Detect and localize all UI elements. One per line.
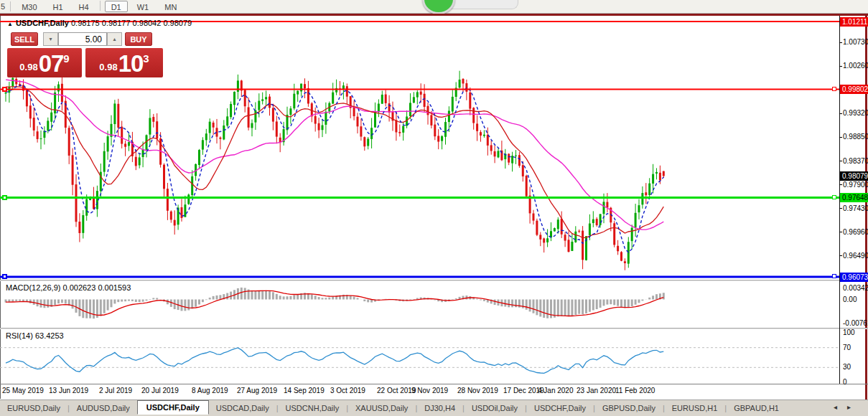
timeframe-button-h4[interactable]: H4 <box>73 1 95 12</box>
timeframe-button-h1[interactable]: H1 <box>47 1 70 12</box>
chart-tab-audusd-daily[interactable]: AUDUSD,Daily <box>70 402 137 415</box>
date-axis-label: 25 May 2019 <box>2 387 44 394</box>
line-drag-handle[interactable] <box>2 195 7 200</box>
price-line-label: 0.99802 <box>840 85 868 94</box>
buy-button[interactable]: BUY <box>125 32 152 46</box>
chart-tab-dj30-h4[interactable]: DJ30,H4 <box>417 402 462 415</box>
buy-price-big: 10 <box>118 53 144 75</box>
price-tick-mark <box>839 255 842 256</box>
timeframe-button-mn[interactable]: MN <box>158 1 183 12</box>
chart-tab-eurusd-daily[interactable]: EURUSD,Daily <box>0 402 67 415</box>
date-axis-label: 13 Jun 2019 <box>49 387 88 394</box>
toolbar-separator <box>10 1 11 11</box>
sell-price-prefix: 0.98 <box>19 60 37 75</box>
timeframe-button-d1[interactable]: D1 <box>105 1 128 12</box>
price-tick-mark <box>839 161 842 161</box>
price-tick-mark <box>839 232 842 232</box>
chart-header: ▲USDCHF,Daily 0.98175 0.98177 0.98042 0.… <box>7 19 192 27</box>
chart-tab-xauusd-daily[interactable]: XAUUSD,Daily <box>348 402 415 415</box>
date-axis-label: 20 Jul 2019 <box>141 387 179 394</box>
price-tick-label: 0.97900 <box>843 181 868 189</box>
chart-tab-gbpaud-h1[interactable]: GBPAUD,H1 <box>727 402 786 415</box>
date-axis-label: 3 Oct 2019 <box>330 387 365 394</box>
chart-tab-usdcnh-daily[interactable]: USDCNH,Daily <box>279 402 347 415</box>
price-line-label: 0.97648 <box>840 193 868 202</box>
price-tick-mark <box>839 66 842 67</box>
date-axis-label: 4 Jan 2020 <box>538 387 574 394</box>
panel-separator[interactable] <box>0 328 868 329</box>
price-tick-mark <box>839 137 842 138</box>
macd-scale-label: 0.00 <box>843 296 857 304</box>
macd-scale-label: -0.007615 <box>843 319 868 328</box>
price-tick-label: 0.99320 <box>843 109 868 118</box>
volume-increase-icon[interactable]: ▴ <box>107 32 122 46</box>
toolbar-separator <box>100 1 101 11</box>
chart-tab-usdchf-daily[interactable]: USDCHF,Daily <box>527 402 593 415</box>
rsi-label: RSI(14) 63.4253 <box>6 331 64 340</box>
volume-input[interactable]: 5.00 <box>58 32 107 46</box>
rsi-scale-label: 100 <box>843 328 855 337</box>
collapse-arrow-icon[interactable]: ▲ <box>7 21 13 27</box>
line-drag-handle[interactable] <box>2 87 7 92</box>
macd-scale-label: 0.003428 <box>843 284 868 293</box>
price-tick-mark <box>839 184 842 185</box>
date-axis-label: 14 Sep 2019 <box>284 387 325 394</box>
price-tick-label: 1.00730 <box>843 38 868 47</box>
chart-tab-gbpusd-daily[interactable]: GBPUSD,Daily <box>595 402 663 415</box>
price-line-label: 0.96073 <box>840 273 868 282</box>
date-axis-label: 2 Jul 2019 <box>99 387 132 394</box>
line-drag-handle[interactable] <box>832 274 836 278</box>
panel-separator[interactable] <box>0 280 868 281</box>
price-tick-label: 0.98850 <box>843 133 868 141</box>
rsi-indicator-chart <box>0 329 839 383</box>
chart-tab-usdchf-daily[interactable]: USDCHF,Daily <box>137 400 209 415</box>
timeframe-button-m30[interactable]: M30 <box>15 1 43 12</box>
date-axis-label: 23 Jan 2020 <box>577 387 616 394</box>
buy-price-panel[interactable]: 0.98 10 3 <box>85 48 163 77</box>
date-axis-label: 9 Nov 2019 <box>411 387 448 394</box>
chart-tab-usdoil-daily[interactable]: USDOil,Daily <box>465 402 525 415</box>
rsi-scale-label: 70 <box>843 344 851 352</box>
chart-symbol-label: USDCHF,Daily <box>16 19 69 27</box>
price-tick-label: 0.96490 <box>843 252 868 260</box>
date-axis-label: 28 Nov 2019 <box>457 387 498 394</box>
line-drag-handle[interactable] <box>832 87 836 91</box>
date-axis-label: 27 Aug 2019 <box>237 387 277 394</box>
rsi-scale-label: 0 <box>843 378 847 387</box>
price-line-label: 1.01211 <box>840 17 868 27</box>
chart-tab-usdcad-daily[interactable]: USDCAD,Daily <box>209 402 276 415</box>
sell-price-big: 07 <box>39 53 64 75</box>
price-tick-label: 1.00260 <box>843 62 868 70</box>
price-tick-label: 0.97430 <box>843 204 868 213</box>
macd-label: MACD(12,26,9) 0.002623 0.001593 <box>6 283 131 292</box>
price-line-label: 0.98079 <box>840 171 868 181</box>
timeframe-button-w1[interactable]: W1 <box>131 1 156 12</box>
price-tick-mark <box>839 113 842 114</box>
timeframe-button-clipped[interactable]: 5 <box>0 2 7 11</box>
rsi-scale-label: 30 <box>843 363 851 372</box>
date-axis-line <box>0 384 868 384</box>
sell-price-panel[interactable]: 0.98 07 9 <box>7 48 82 77</box>
line-drag-handle[interactable] <box>2 274 7 279</box>
line-drag-handle[interactable] <box>832 195 836 199</box>
date-axis-label: 22 Oct 2019 <box>377 387 416 394</box>
chart-tab-eurusd-h1[interactable]: EURUSD,H1 <box>665 402 725 415</box>
buy-price-prefix: 0.98 <box>99 60 117 75</box>
chart-ohlc-quote: 0.98175 0.98177 0.98042 0.98079 <box>71 19 192 27</box>
sell-price-pip: 9 <box>63 52 69 65</box>
price-tick-label: 0.98370 <box>843 157 868 166</box>
price-tick-mark <box>839 208 842 209</box>
sell-button[interactable]: SELL <box>11 32 38 46</box>
tab-scroll-arrows[interactable]: ◂▸ <box>834 403 861 411</box>
volume-decrease-icon[interactable]: ▾ <box>43 32 58 46</box>
buy-price-pip: 3 <box>143 52 149 65</box>
date-axis-label: 11 Feb 2020 <box>615 387 655 394</box>
price-tick-label: 0.96960 <box>843 228 868 237</box>
one-click-trading-panel: SELL ▾ 5.00 ▴ BUY 0.98 07 9 0.98 10 3 <box>7 32 163 77</box>
price-tick-mark <box>839 42 842 43</box>
chart-tab-bar: EURUSD,Daily|AUDUSD,DailyUSDCHF,DailyUSD… <box>0 400 868 416</box>
date-axis-label: 8 Aug 2019 <box>192 387 228 394</box>
